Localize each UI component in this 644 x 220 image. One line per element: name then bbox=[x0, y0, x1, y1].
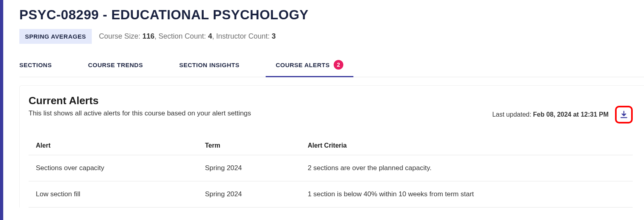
last-updated-value: Feb 08, 2024 at 12:31 PM bbox=[533, 111, 609, 118]
cell-alert: Low section fill bbox=[29, 181, 198, 208]
instructor-count-label: , Instructor Count: bbox=[212, 32, 272, 40]
tab-course-trends[interactable]: COURSE TRENDS bbox=[88, 57, 143, 76]
course-stats-text: Course Size: 116, Section Count: 4, Inst… bbox=[99, 32, 276, 41]
course-size-label: Course Size: bbox=[99, 32, 142, 40]
table-row[interactable]: Sections over capacity Spring 2024 2 sec… bbox=[29, 155, 633, 181]
course-size-value: 116 bbox=[142, 32, 155, 40]
instructor-count-value: 3 bbox=[272, 32, 276, 40]
tab-course-alerts-label: COURSE ALERTS bbox=[276, 62, 330, 68]
section-count-value: 4 bbox=[208, 32, 212, 40]
course-stats-row: SPRING AVERAGES Course Size: 116, Sectio… bbox=[19, 29, 644, 44]
table-row[interactable]: Low section fill Spring 2024 1 section i… bbox=[29, 181, 633, 208]
column-header-term: Term bbox=[198, 136, 300, 155]
term-averages-badge: SPRING AVERAGES bbox=[19, 29, 92, 44]
cell-criteria: 1 section is below 40% within 10 weeks f… bbox=[300, 181, 633, 208]
current-alerts-panel: Current Alerts This list shows all activ… bbox=[19, 85, 644, 208]
column-header-alert: Alert bbox=[29, 136, 198, 155]
tab-course-alerts[interactable]: COURSE ALERTS 2 bbox=[276, 55, 343, 77]
tabs-bar: SECTIONS COURSE TRENDS SECTION INSIGHTS … bbox=[19, 55, 644, 77]
course-title: PSYC-08299 - EDUCATIONAL PSYCHOLOGY bbox=[19, 7, 644, 23]
cell-alert: Sections over capacity bbox=[29, 155, 198, 181]
panel-description: This list shows all active alerts for th… bbox=[29, 109, 251, 117]
alerts-table: Alert Term Alert Criteria Sections over … bbox=[29, 136, 633, 208]
download-icon bbox=[619, 110, 628, 119]
cell-criteria: 2 sections are over the planned capacity… bbox=[300, 155, 633, 181]
cell-term: Spring 2024 bbox=[198, 155, 300, 181]
last-updated-text: Last updated: Feb 08, 2024 at 12:31 PM bbox=[492, 111, 609, 118]
tab-section-insights[interactable]: SECTION INSIGHTS bbox=[179, 57, 239, 76]
cell-term: Spring 2024 bbox=[198, 181, 300, 208]
column-header-criteria: Alert Criteria bbox=[300, 136, 633, 155]
last-updated-label: Last updated: bbox=[492, 111, 533, 118]
alerts-count-badge: 2 bbox=[334, 60, 343, 70]
tab-sections[interactable]: SECTIONS bbox=[19, 57, 52, 76]
download-button[interactable] bbox=[615, 106, 633, 123]
section-count-label: , Section Count: bbox=[155, 32, 208, 40]
panel-title: Current Alerts bbox=[29, 95, 251, 107]
